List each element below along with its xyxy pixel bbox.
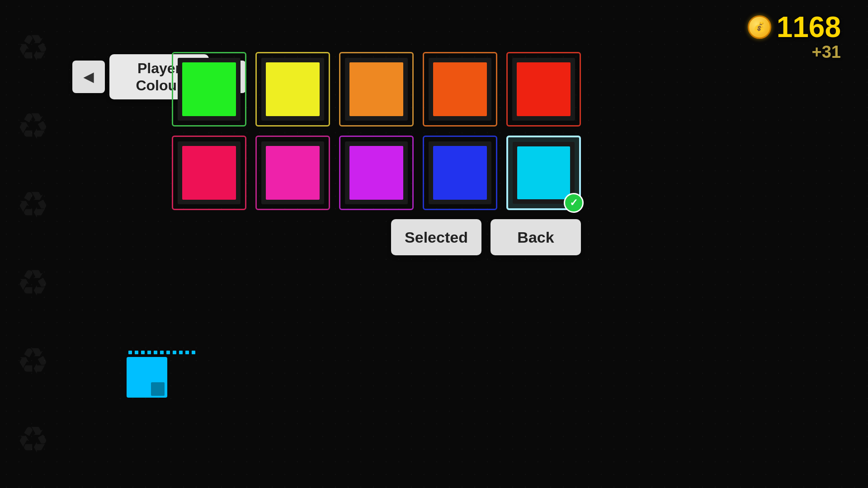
main-content: ◀ Player Colour ▶ [72,54,581,255]
selected-checkmark: ✓ [564,193,584,213]
color-swatch-purple[interactable] [339,136,414,210]
back-button[interactable]: Back [491,219,581,255]
coin-delta: +31 [812,42,841,62]
color-swatch-orange-red[interactable] [423,52,497,127]
coin-row: 💰 1168 [748,13,841,42]
deco-icon-6: ♻ [10,417,56,462]
action-buttons: Selected Back [172,219,581,255]
coin-amount: 1168 [777,13,841,42]
dot [147,351,151,354]
coin-icon: 💰 [748,15,771,39]
color-swatch-hot-pink[interactable] [172,136,246,210]
color-row-1 [172,52,581,127]
dot [160,351,164,354]
dot [192,351,195,354]
dot [179,351,183,354]
selected-button[interactable]: Selected [391,219,481,255]
player-shadow [151,382,165,396]
color-grid: ✓ [172,52,581,210]
dot [166,351,170,354]
prev-category-button[interactable]: ◀ [72,61,105,93]
dot [128,351,132,354]
color-swatch-orange[interactable] [339,52,414,127]
color-swatch-cyan[interactable]: ✓ [506,136,581,210]
coin-counter: 💰 1168 +31 [748,13,841,62]
color-swatch-yellow[interactable] [255,52,330,127]
deco-icon-1: ♻ [10,26,56,71]
deco-icon-2: ♻ [10,104,56,149]
preview-dots [127,351,195,354]
player-preview [127,351,195,398]
deco-icon-4: ♻ [10,261,56,306]
deco-icon-3: ♻ [10,182,56,227]
deco-icon-5: ♻ [10,339,56,384]
player-character [127,357,167,398]
dot [135,351,138,354]
color-swatch-green[interactable] [172,52,246,127]
color-swatch-blue[interactable] [423,136,497,210]
color-row-2: ✓ [172,136,581,210]
color-swatch-red[interactable] [506,52,581,127]
dot [185,351,189,354]
color-swatch-pink[interactable] [255,136,330,210]
dot [173,351,176,354]
dot [141,351,145,354]
dot [154,351,157,354]
left-decoration: ♻ ♻ ♻ ♻ ♻ ♻ [0,0,66,488]
